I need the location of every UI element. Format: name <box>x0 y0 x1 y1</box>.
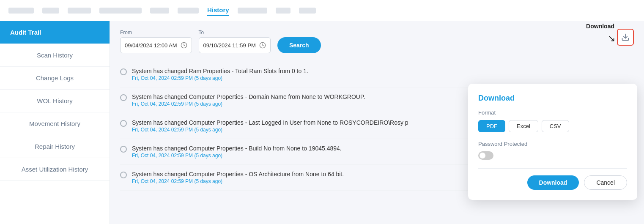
audit-item-text: System has changed Computer Properties -… <box>132 171 344 178</box>
audit-item-time: Fri, Oct 04, 2024 02:59 PM (5 days ago) <box>132 153 342 158</box>
format-csv-button[interactable]: CSV <box>542 120 569 132</box>
main-content: From 09/04/2024 12:00 AM To 09/10/2024 1… <box>110 21 644 224</box>
sidebar: Audit Trail Scan History Change Logs WOL… <box>0 21 110 224</box>
audit-item-text: System has changed Ram Properties - Tota… <box>132 68 308 74</box>
arrow-indicator: ↘ <box>608 33 615 44</box>
clock-icon-from <box>181 42 187 49</box>
nav-placeholder-2 <box>42 8 59 14</box>
sidebar-item-movement-history[interactable]: Movement History <box>0 112 110 135</box>
popup-download-button[interactable]: Download <box>527 175 579 190</box>
sidebar-item-scan-history[interactable]: Scan History <box>0 44 110 67</box>
nav-placeholder-3 <box>68 8 91 14</box>
download-icon-button[interactable] <box>617 29 634 46</box>
from-date-input[interactable]: 09/04/2024 12:00 AM <box>120 37 192 53</box>
from-filter-group: From 09/04/2024 12:00 AM <box>120 30 192 53</box>
nav-placeholder-9 <box>299 8 316 14</box>
nav-placeholder-6 <box>178 8 199 14</box>
audit-radio[interactable] <box>120 172 127 178</box>
popup-actions: Download Cancel <box>478 175 627 190</box>
to-label: To <box>199 30 271 36</box>
audit-item-text: System has changed Computer Properties -… <box>132 119 408 126</box>
download-icon <box>621 33 630 41</box>
nav-placeholder-7 <box>238 8 267 14</box>
download-popup: Download Format PDF Excel CSV Password P… <box>468 84 637 200</box>
audit-item-text: System has changed Computer Properties -… <box>132 93 365 100</box>
format-label: Format <box>478 109 627 116</box>
audit-radio[interactable] <box>120 68 127 75</box>
audit-radio[interactable] <box>120 94 127 101</box>
popup-title: Download <box>478 94 627 103</box>
popup-divider <box>478 168 627 169</box>
format-buttons: PDF Excel CSV <box>478 120 627 132</box>
format-pdf-button[interactable]: PDF <box>478 120 505 132</box>
top-nav: History <box>0 0 644 21</box>
from-date-value: 09/04/2024 12:00 AM <box>125 42 177 49</box>
nav-tab-history[interactable]: History <box>207 6 229 16</box>
nav-placeholder-8 <box>276 8 290 14</box>
sidebar-item-wol-history[interactable]: WOL History <box>0 90 110 112</box>
to-date-input[interactable]: 09/10/2024 11:59 PM <box>199 37 271 53</box>
audit-item-time: Fri, Oct 04, 2024 02:59 PM (5 days ago) <box>132 101 365 107</box>
to-date-value: 09/10/2024 11:59 PM <box>203 42 256 49</box>
sidebar-item-repair-history[interactable]: Repair History <box>0 135 110 158</box>
search-button[interactable]: Search <box>277 37 321 53</box>
clock-icon-to <box>259 42 266 49</box>
password-toggle-wrap <box>478 151 627 160</box>
sidebar-item-audit-trail[interactable]: Audit Trail <box>0 21 110 44</box>
sidebar-item-asset-utilization-history[interactable]: Asset Utilization History <box>0 158 110 181</box>
password-toggle[interactable] <box>478 151 493 160</box>
format-excel-button[interactable]: Excel <box>509 120 538 132</box>
audit-item-time: Fri, Oct 04, 2024 02:59 PM (5 days ago) <box>132 178 344 184</box>
popup-cancel-button[interactable]: Cancel <box>584 175 627 190</box>
audit-item-time: Fri, Oct 04, 2024 02:59 PM (5 days ago) <box>132 127 408 133</box>
download-tooltip-label: Download <box>586 23 614 30</box>
sidebar-item-change-logs[interactable]: Change Logs <box>0 67 110 90</box>
nav-placeholder-5 <box>150 8 169 14</box>
to-filter-group: To 09/10/2024 11:59 PM <box>199 30 271 53</box>
nav-placeholder-1 <box>8 8 34 14</box>
audit-item-time: Fri, Oct 04, 2024 02:59 PM (5 days ago) <box>132 75 308 81</box>
from-label: From <box>120 30 192 36</box>
audit-radio[interactable] <box>120 146 127 153</box>
nav-placeholder-4 <box>99 8 142 14</box>
audit-item-text: System has changed Computer Properties -… <box>132 145 342 152</box>
audit-radio[interactable] <box>120 120 127 127</box>
filter-row: From 09/04/2024 12:00 AM To 09/10/2024 1… <box>120 30 634 53</box>
password-label: Password Protected <box>478 141 627 147</box>
main-layout: Audit Trail Scan History Change Logs WOL… <box>0 21 644 224</box>
